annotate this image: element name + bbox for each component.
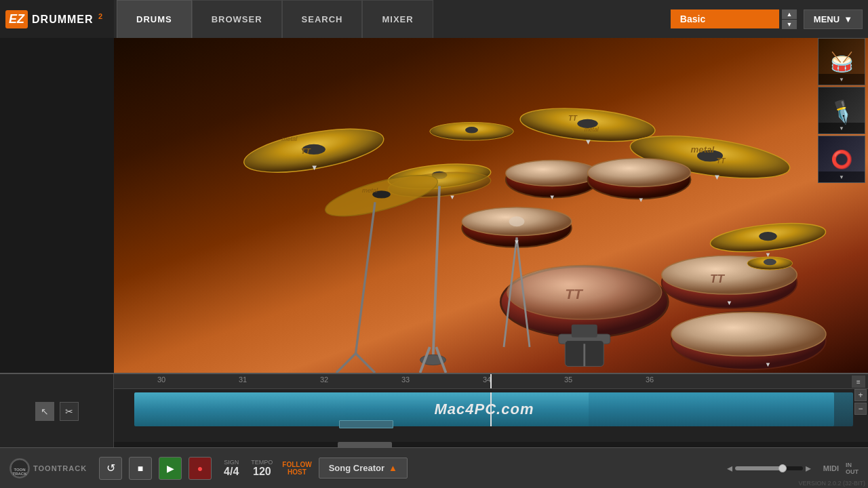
- thumbnail-strip: 🥁 ▼ ✒️ ▼ ⭕ ▼: [818, 38, 867, 183]
- svg-point-23: [506, 161, 599, 186]
- svg-point-27: [507, 265, 662, 319]
- logo-version: 2: [98, 12, 103, 20]
- preset-input[interactable]: [671, 9, 779, 28]
- svg-text:TT: TT: [568, 115, 578, 122]
- preset-down-button[interactable]: ▼: [782, 20, 797, 29]
- volume-right-arrow[interactable]: ▸: [806, 462, 811, 474]
- sequencer-area: 30 31 32 33 34 35 36 ≡ Mac4PC.com: [114, 374, 868, 449]
- drum-view: TT metal TT metal metal TT: [114, 38, 868, 373]
- record-button[interactable]: ●: [189, 457, 212, 480]
- sequencer-options-button[interactable]: ≡: [852, 375, 865, 388]
- top-bar: EZ DRUMMER 2 DRUMS BROWSER SEARCH MIXER …: [0, 0, 868, 38]
- toontrack-logo: TOON TRACK TOONTRACK: [9, 458, 87, 479]
- svg-rect-39: [572, 325, 597, 338]
- svg-text:metal: metal: [585, 126, 599, 133]
- svg-text:TT: TT: [710, 272, 725, 285]
- transport-bar: TOON TRACK TOONTRACK ↺ ■ ▶ ● Sign 4/4: [0, 447, 868, 488]
- thumb-kit-snare[interactable]: ⭕ ▼: [818, 136, 865, 183]
- sequencer-track[interactable]: Mac4PC.com: [114, 389, 868, 430]
- thumb-down-arrow-1[interactable]: ▼: [818, 74, 865, 85]
- preset-area: ▲ ▼ MENU ▼: [671, 9, 868, 29]
- ruler-mark-34: 34: [480, 374, 494, 385]
- svg-text:TRACK: TRACK: [13, 472, 28, 476]
- svg-point-16: [759, 232, 777, 241]
- ruler-mark-36: 36: [643, 374, 656, 385]
- toontrack-circle: TOON TRACK: [9, 458, 30, 479]
- svg-point-45: [764, 259, 776, 266]
- tab-mixer[interactable]: MIXER: [362, 0, 433, 38]
- svg-text:▼: ▼: [765, 251, 771, 258]
- ruler-mark-35: 35: [561, 374, 575, 385]
- tab-search[interactable]: SEARCH: [282, 0, 363, 38]
- version-text: VERSION 2.0.2 (32-BIT): [798, 480, 865, 487]
- preset-arrows: ▲ ▼: [782, 9, 797, 29]
- logo-area: EZ DRUMMER 2: [0, 0, 114, 38]
- volume-thumb[interactable]: [778, 464, 787, 472]
- ruler-mark-31: 31: [236, 374, 250, 385]
- drum-kit-svg: TT metal TT metal metal TT: [114, 38, 868, 373]
- svg-text:▼: ▼: [726, 299, 732, 306]
- preset-up-button[interactable]: ▲: [782, 9, 797, 19]
- select-tool-button[interactable]: ↖: [35, 402, 54, 421]
- volume-fill: [735, 466, 783, 470]
- svg-text:TT: TT: [301, 147, 311, 155]
- svg-text:▼: ▼: [585, 138, 592, 146]
- svg-text:metal: metal: [362, 186, 378, 194]
- tab-browser[interactable]: BROWSER: [192, 0, 282, 38]
- follow-host-display: Follow Host: [282, 461, 311, 476]
- thumb-kit-full[interactable]: 🥁 ▼: [818, 38, 865, 85]
- zoom-controls: + −: [854, 389, 867, 415]
- side-panel: [0, 38, 114, 373]
- svg-point-33: [671, 312, 826, 357]
- volume-left-arrow[interactable]: ◂: [727, 462, 732, 474]
- zoom-out-button[interactable]: −: [854, 403, 867, 415]
- svg-text:▼: ▼: [311, 163, 318, 171]
- in-out-display: IN OUT: [846, 462, 859, 475]
- sequencer-ruler: 30 31 32 33 34 35 36 ≡: [114, 374, 868, 389]
- sequencer-tools: ↖ ✂: [0, 374, 114, 449]
- thumb-down-arrow-2[interactable]: ▼: [818, 123, 865, 134]
- svg-text:▼: ▼: [513, 238, 519, 245]
- tempo-display: Tempo 120: [251, 459, 273, 478]
- svg-line-34: [433, 186, 440, 361]
- svg-text:metal: metal: [691, 144, 715, 155]
- logo-drummer-text: DRUMMER 2: [32, 12, 103, 26]
- ruler-mark-32: 32: [317, 374, 331, 385]
- cut-tool-button[interactable]: ✂: [60, 402, 79, 421]
- sign-tempo-display: Sign 4/4 Tempo 120: [224, 459, 273, 478]
- svg-text:▼: ▼: [713, 173, 721, 181]
- zoom-in-button[interactable]: +: [854, 389, 867, 401]
- svg-line-50: [336, 354, 356, 373]
- svg-text:▼: ▼: [765, 361, 771, 368]
- volume-slider[interactable]: [735, 466, 803, 470]
- svg-text:TT: TT: [565, 286, 584, 302]
- ruler-mark-33: 33: [399, 374, 412, 385]
- svg-line-49: [356, 202, 376, 353]
- volume-area: ◂ ▸: [727, 462, 811, 474]
- svg-text:TT: TT: [717, 157, 726, 165]
- menu-button[interactable]: MENU ▼: [804, 9, 863, 29]
- svg-point-18: [465, 127, 478, 134]
- svg-point-21: [509, 216, 525, 226]
- midi-label: MIDI: [823, 464, 839, 472]
- time-signature-display: Sign 4/4: [224, 459, 239, 478]
- thumb-kit-sticks[interactable]: ✒️ ▼: [818, 87, 865, 134]
- ruler-mark-30: 30: [155, 374, 168, 385]
- play-button[interactable]: ▶: [159, 457, 182, 480]
- svg-text:▼: ▼: [638, 196, 644, 203]
- svg-text:▼: ▼: [449, 193, 455, 201]
- svg-point-25: [588, 159, 691, 187]
- song-creator-button[interactable]: Song Creator ▲: [319, 458, 408, 479]
- tab-drums[interactable]: DRUMS: [117, 0, 192, 38]
- svg-line-51: [356, 354, 376, 373]
- logo-ez-badge: EZ: [5, 10, 28, 28]
- bottom-area: ↖ ✂ 30 31 32 33 34 35 36 ≡ Mac4PC.com: [0, 373, 868, 488]
- stop-button[interactable]: ■: [129, 457, 152, 480]
- thumb-down-arrow-3[interactable]: ▼: [818, 171, 865, 182]
- nav-tabs: DRUMS BROWSER SEARCH MIXER: [117, 0, 433, 38]
- svg-text:metal: metal: [281, 135, 298, 142]
- svg-text:▼: ▼: [549, 193, 555, 201]
- loop-button[interactable]: ↺: [99, 457, 122, 480]
